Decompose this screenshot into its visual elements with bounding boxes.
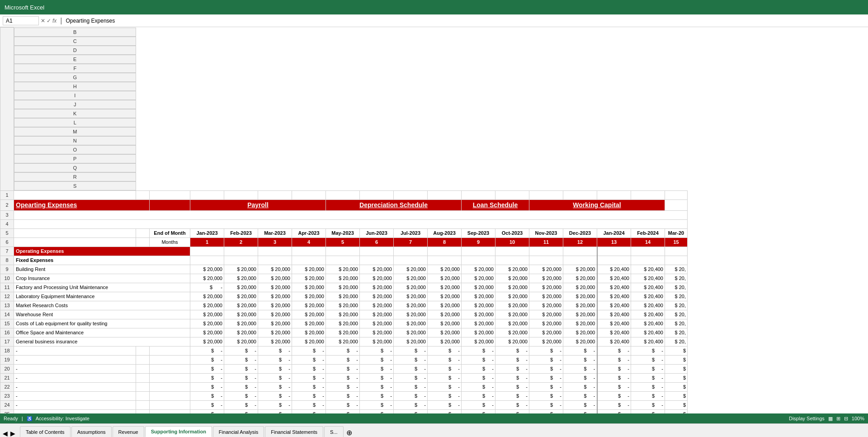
cell-K9: $ 20,000	[394, 265, 428, 274]
cell-F1[interactable]	[224, 190, 258, 200]
tab-s[interactable]: S...	[324, 426, 344, 437]
cell-P1[interactable]	[563, 190, 597, 200]
cell-P5: Dec-2023	[563, 228, 597, 238]
cell-R9: $ 20,400	[631, 265, 665, 274]
cell-N5: Oct-2023	[495, 228, 529, 238]
row-21: 21 - $ - $ - $ - $ - $ - $ - $ - $ - $ -…	[0, 373, 688, 382]
cell-M9: $ 20,000	[462, 265, 495, 274]
cell-E5: Jan-2023	[190, 228, 224, 238]
cell-B1[interactable]	[14, 190, 136, 200]
tab-assumptions[interactable]: Assumptions	[71, 426, 112, 437]
tab-supporting-information[interactable]: Supporting Information	[145, 426, 212, 437]
accessibility-text: Accessibility: Investigate	[36, 416, 90, 421]
cell-B13: Market Research Costs	[14, 301, 190, 310]
cell-B11: Factory and Processing Unit Maintenance	[14, 283, 190, 292]
row-20: 20 - $ - $ - $ - $ - $ - $ - $ - $ - $ -…	[0, 364, 688, 373]
sheet-nav-right[interactable]: ▶	[10, 430, 15, 437]
row-10: 10 Crop Insurance $ 20,000 $ 20,000 $ 20…	[0, 274, 688, 283]
cell-R1[interactable]	[631, 190, 665, 200]
cell-G1[interactable]	[258, 190, 292, 200]
cell-C1[interactable]	[136, 190, 150, 200]
cell-B10: Crop Insurance	[14, 274, 190, 283]
formula-content: Opearting Expenses	[66, 18, 866, 24]
cell-B8-fixed: Fixed Expenses	[14, 256, 190, 265]
row-18: 18 - $ - $ - $ - $ - $ - $ - $ - $ - $ -…	[0, 346, 688, 355]
cell-K1[interactable]	[394, 190, 428, 200]
row-19: 19 - $ - $ - $ - $ - $ - $ - $ - $ - $ -…	[0, 355, 688, 364]
row-23: 23 - $ - $ - $ - $ - $ - $ - $ - $ - $ -…	[0, 391, 688, 400]
row-22: 22 - $ - $ - $ - $ - $ - $ - $ - $ - $ -…	[0, 382, 688, 391]
cell-loan[interactable]: Loan Schedule	[462, 200, 529, 210]
zoom-level: 100%	[852, 416, 864, 421]
cell-O6: 11	[529, 238, 563, 247]
row-17: 17 General business insurance $ 20,000 $…	[0, 337, 688, 346]
cell-Q9: $ 20,400	[597, 265, 631, 274]
cell-L9: $ 20,000	[428, 265, 462, 274]
cell-M1[interactable]	[462, 190, 495, 200]
col-header-G: G	[14, 73, 136, 82]
cell-B17: General business insurance	[14, 337, 190, 346]
sheet-nav-left[interactable]: ◀	[3, 430, 8, 437]
cell-N1[interactable]	[495, 190, 529, 200]
cell-working-capital[interactable]: Working Capital	[529, 200, 665, 210]
cell-L5: Aug-2023	[428, 228, 462, 238]
col-header-E: E	[14, 55, 136, 64]
row-1: 1	[0, 190, 688, 200]
view-layout-icon[interactable]: ⊞	[836, 416, 840, 422]
cell-J6: 6	[360, 238, 394, 247]
col-header-R: R	[14, 172, 136, 181]
cell-Q1[interactable]	[597, 190, 631, 200]
cell-S1[interactable]	[665, 190, 688, 200]
cell-O1[interactable]	[529, 190, 563, 200]
row-9: 9 Building Rent $ 20,000 $ 20,000 $ 20,0…	[0, 265, 688, 274]
cell-B2-operating[interactable]: Opearting Expenses	[14, 200, 150, 210]
cell-D2[interactable]	[150, 200, 190, 210]
spreadsheet-body[interactable]: B C D E F G H I J K L M N O P Q R S	[0, 27, 868, 413]
cell-J1[interactable]	[360, 190, 394, 200]
cell-I6: 5	[326, 238, 360, 247]
cell-G6: 3	[258, 238, 292, 247]
cell-S2[interactable]	[665, 200, 688, 210]
row-11: 11 Factory and Processing Unit Maintenan…	[0, 283, 688, 292]
col-header-O: O	[14, 145, 136, 154]
cell-D6-months: Months	[150, 238, 190, 247]
confirm-icon[interactable]: ✓	[47, 18, 51, 24]
cell-D1[interactable]	[150, 190, 190, 200]
cell-G9: $ 20,000	[258, 265, 292, 274]
app-title: Microsoft Excel	[5, 4, 44, 11]
cell-E9: $ 20,000	[190, 265, 224, 274]
col-header-N: N	[14, 136, 136, 145]
add-sheet-button[interactable]: ⊕	[346, 428, 352, 437]
view-normal-icon[interactable]: ▦	[828, 416, 833, 422]
col-header-H: H	[14, 82, 136, 91]
tab-revenue[interactable]: Revenue	[113, 426, 144, 437]
col-header-P: P	[14, 154, 136, 163]
cell-I1[interactable]	[326, 190, 360, 200]
col-header-D: D	[14, 46, 136, 55]
cell-S5: Mar-20	[665, 228, 688, 238]
cell-G5: Mar-2023	[258, 228, 292, 238]
cell-reference-box[interactable]	[3, 16, 39, 25]
function-icon[interactable]: fx	[52, 18, 57, 24]
cell-I9: $ 20,000	[326, 265, 360, 274]
display-settings[interactable]: Display Settings	[789, 416, 825, 421]
row-7: 7 Operating Expenses	[0, 247, 688, 256]
cell-depreciation[interactable]: Depreciation Schedule	[326, 200, 462, 210]
tab-financial-analysis[interactable]: Financial Analysis	[213, 426, 264, 437]
cell-H1[interactable]	[292, 190, 326, 200]
cell-O5: Nov-2023	[529, 228, 563, 238]
col-header-Q: Q	[14, 163, 136, 172]
tab-table-of-contents[interactable]: Table of Contents	[20, 426, 71, 437]
cell-payroll[interactable]: Payroll	[190, 200, 326, 210]
tab-financial-statements[interactable]: Financial Statements	[265, 426, 323, 437]
cell-L1[interactable]	[428, 190, 462, 200]
cell-Q5: Jan-2024	[597, 228, 631, 238]
col-header-M: M	[14, 127, 136, 136]
view-pagebreak-icon[interactable]: ⊟	[844, 416, 848, 422]
status-bar: Ready | ♿ Accessibility: Investigate Dis…	[0, 413, 868, 423]
row-4: 4	[0, 219, 688, 228]
row-5: 5 End of Month Jan-2023 Feb-2023 Mar-202…	[0, 228, 688, 238]
col-header-C: C	[14, 37, 136, 46]
cell-E1[interactable]	[190, 190, 224, 200]
cancel-icon[interactable]: ✕	[41, 18, 45, 24]
